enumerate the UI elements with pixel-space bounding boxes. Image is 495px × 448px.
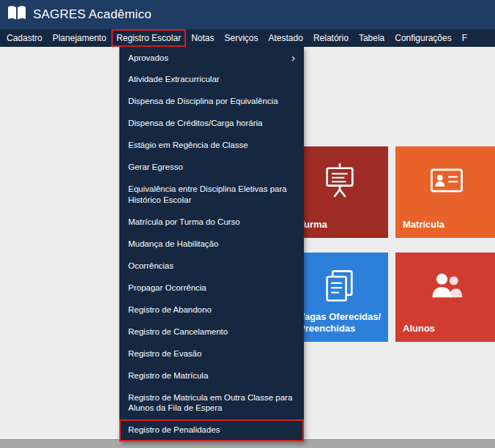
tile-alunos[interactable]: Alunos	[395, 253, 495, 342]
menu-item-label: Aprovados	[128, 53, 286, 64]
menu-item-label: Equivalência entre Disciplina Eletivas p…	[128, 184, 295, 206]
menu-item-propagar-ocorrencia[interactable]: Propagar Ocorrência	[119, 277, 304, 299]
titlebar: SAGRES Acadêmico	[0, 0, 495, 29]
app-title: SAGRES Acadêmico	[33, 7, 152, 22]
menu-item-label: Registro de Abandono	[128, 305, 295, 316]
menu-item-dispensa-creditos-carga-horaria[interactable]: Dispensa de Créditos/Carga horária	[119, 113, 304, 135]
menu-item-relatorio[interactable]: Relatório	[308, 29, 354, 47]
menu-item-registro-de-abandono[interactable]: Registro de Abandono	[119, 299, 304, 321]
open-book-icon	[7, 5, 26, 24]
menu-item-registro-de-matricula[interactable]: Registro de Matrícula	[119, 365, 304, 387]
menu-item-label: Ocorrências	[128, 261, 295, 272]
registro-escolar-dropdown-menu: Aprovados › Atividade Extracurricular Di…	[119, 47, 304, 441]
menu-item-planejamento[interactable]: Planejamento	[48, 29, 111, 47]
menu-item-tabela[interactable]: Tabela	[354, 29, 390, 47]
menu-item-matricula-por-turma-do-curso[interactable]: Matrícula por Turma do Curso	[119, 212, 304, 234]
menu-item-estagio-regencia-classe[interactable]: Estágio em Regência de Classe	[119, 135, 304, 157]
menu-item-label: Dispensa de Disciplina por Equivalência	[128, 96, 295, 107]
menu-item-label: Mudança de Habilitação	[128, 239, 295, 250]
menu-item-equivalencia-disciplina-eletivas[interactable]: Equivalência entre Disciplina Eletivas p…	[119, 179, 304, 212]
menu-item-label: Gerar Egresso	[128, 162, 295, 173]
menu-item-label: Matrícula por Turma do Curso	[128, 217, 295, 228]
menu-item-registro-matricula-outra-classe-fila-espera[interactable]: Registro de Matricula em Outra Classe pa…	[119, 387, 304, 419]
menu-item-ocorrencias[interactable]: Ocorrências	[119, 255, 304, 277]
id-card-icon	[427, 161, 466, 202]
documents-icon	[321, 267, 359, 308]
menu-item-label: Estágio em Regência de Classe	[128, 140, 295, 151]
menu-item-cadastro[interactable]: Cadastro	[1, 29, 48, 47]
people-icon	[427, 267, 466, 308]
menubar: Cadastro Planejamento Registro Escolar N…	[0, 29, 495, 47]
tile-label: Matrícula	[403, 219, 444, 231]
menu-item-f-truncated[interactable]: F	[457, 29, 472, 47]
presentation-board-icon	[321, 161, 359, 202]
menu-item-registro-de-penalidades[interactable]: Registro de Penalidades	[119, 419, 304, 441]
menu-item-aprovados[interactable]: Aprovados ›	[119, 47, 304, 69]
menu-item-label: Registro de Matricula em Outra Classe pa…	[128, 392, 295, 414]
menu-item-label: Propagar Ocorrência	[128, 283, 295, 294]
menu-item-label: Registro de Cancelamento	[128, 326, 295, 337]
tile-matricula[interactable]: Matrícula	[395, 146, 495, 238]
tile-turma[interactable]: Turma	[291, 146, 388, 238]
menu-item-configuracoes[interactable]: Configurações	[390, 29, 456, 47]
menu-item-servicos[interactable]: Serviços	[219, 29, 263, 47]
tile-label: Vagas Oferecidas/ Preenchidas	[299, 311, 381, 335]
menu-item-notas[interactable]: Notas	[186, 29, 219, 47]
menu-item-label: Atividade Extracurricular	[128, 74, 295, 85]
menu-item-registro-de-evasao[interactable]: Registro de Evasão	[119, 343, 304, 365]
menu-item-mudanca-de-habilitacao[interactable]: Mudança de Habilitação	[119, 233, 304, 255]
menu-item-registro-escolar[interactable]: Registro Escolar	[111, 29, 186, 47]
menu-item-gerar-egresso[interactable]: Gerar Egresso	[119, 157, 304, 179]
menu-item-label: Registro de Matrícula	[128, 370, 295, 381]
menu-item-atestado[interactable]: Atestado	[264, 29, 308, 47]
tile-label: Alunos	[403, 323, 435, 335]
menu-item-label: Registro de Evasão	[128, 348, 295, 359]
menu-item-label: Registro de Penalidades	[128, 425, 295, 436]
menu-item-registro-de-cancelamento[interactable]: Registro de Cancelamento	[119, 321, 304, 343]
menu-item-dispensa-disciplina-equivalencia[interactable]: Dispensa de Disciplina por Equivalência	[119, 91, 304, 113]
submenu-chevron-right-icon: ›	[291, 53, 295, 63]
menu-item-label: Dispensa de Créditos/Carga horária	[128, 118, 295, 129]
menu-item-atividade-extracurricular[interactable]: Atividade Extracurricular	[119, 69, 304, 91]
tile-vagas-oferecidas-preenchidas[interactable]: Vagas Oferecidas/ Preenchidas	[291, 253, 388, 342]
